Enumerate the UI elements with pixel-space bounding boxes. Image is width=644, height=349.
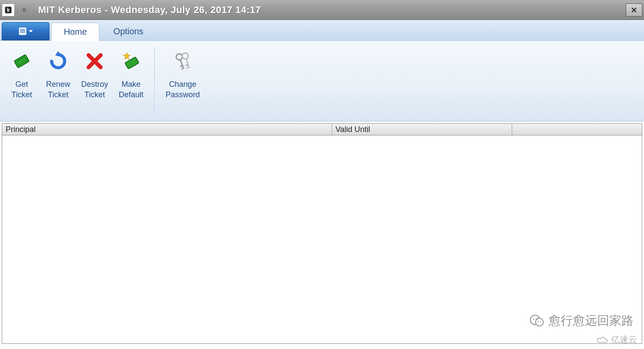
wechat-icon <box>529 313 544 328</box>
ribbon: Get Ticket Renew Ticket Destroy Ticket <box>0 41 644 122</box>
table-header: Principal Valid Until <box>2 123 642 135</box>
renew-ticket-button[interactable]: Renew Ticket <box>40 44 76 118</box>
ticket-icon <box>12 46 32 76</box>
svg-point-16 <box>540 321 541 322</box>
ribbon-label: Destroy Ticket <box>81 79 108 100</box>
svg-point-9 <box>176 54 182 60</box>
svg-rect-8 <box>125 57 139 69</box>
change-password-button[interactable]: Change Password <box>160 44 205 118</box>
svg-text:k: k <box>7 7 10 13</box>
separator <box>154 47 155 115</box>
tab-home[interactable]: Home <box>51 23 99 41</box>
separator <box>30 4 30 16</box>
ribbon-label: Get Ticket <box>11 79 32 100</box>
app-icon[interactable]: k <box>2 3 15 16</box>
svg-point-13 <box>533 319 535 320</box>
watermark-text: 愈行愈远回家路 <box>529 313 634 329</box>
svg-rect-4 <box>20 30 25 31</box>
tab-options[interactable]: Options <box>101 22 155 40</box>
column-header-empty[interactable] <box>512 124 642 135</box>
quick-access-dropdown[interactable] <box>20 4 28 16</box>
tab-label: Options <box>113 26 143 36</box>
destroy-ticket-button[interactable]: Destroy Ticket <box>76 44 113 118</box>
window-title: MIT Kerberos - Wednesday, July 26, 2017 … <box>38 4 261 16</box>
close-button[interactable] <box>626 3 642 16</box>
ribbon-label: Renew Ticket <box>46 79 70 100</box>
svg-rect-6 <box>14 55 30 68</box>
make-default-button[interactable]: Make Default <box>113 44 149 118</box>
keys-icon <box>172 46 193 76</box>
separator <box>18 4 19 16</box>
svg-rect-5 <box>20 32 25 33</box>
tab-label: Home <box>64 27 87 37</box>
column-header-valid-until[interactable]: Valid Until <box>332 124 512 135</box>
svg-point-15 <box>538 321 539 322</box>
file-menu-button[interactable] <box>2 22 49 40</box>
ticket-star-icon <box>121 46 141 76</box>
column-header-principal[interactable]: Principal <box>2 124 332 135</box>
svg-point-10 <box>182 53 188 59</box>
cloud-icon <box>596 336 608 344</box>
titlebar: k MIT Kerberos - Wednesday, July 26, 201… <box>0 0 644 20</box>
ribbon-group-password: Change Password <box>159 43 206 119</box>
delete-icon <box>85 46 104 76</box>
ribbon-label: Change Password <box>165 79 200 100</box>
refresh-icon <box>48 46 68 76</box>
svg-point-14 <box>536 319 537 320</box>
ribbon-tabbar: Home Options <box>0 20 644 41</box>
ribbon-label: Make Default <box>118 79 143 100</box>
ribbon-group-tickets: Get Ticket Renew Ticket Destroy Ticket <box>3 43 150 119</box>
watermark-brand: 亿速云 <box>596 334 637 346</box>
svg-rect-3 <box>20 29 25 30</box>
get-ticket-button[interactable]: Get Ticket <box>3 44 40 118</box>
